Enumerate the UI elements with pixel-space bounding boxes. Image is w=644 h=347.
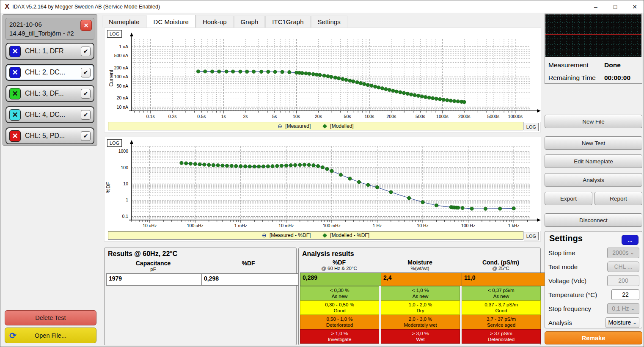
settings-more-button[interactable]: ...	[622, 235, 638, 245]
temperature-input[interactable]: 22	[611, 289, 639, 300]
modelled-marker-icon	[322, 124, 327, 129]
svg-text:200s: 200s	[386, 114, 396, 119]
tab-settings[interactable]: Settings	[311, 16, 347, 28]
svg-text:200 nA: 200 nA	[114, 65, 128, 70]
settings-panel: Settings ... Stop time 2000s⌄ Test mode …	[545, 231, 642, 328]
analysis-df-value: 0,289	[300, 273, 383, 286]
svg-text:2s: 2s	[243, 114, 248, 119]
analysis-mode-select[interactable]: Moisture⌄	[605, 317, 639, 328]
window-controls: – □ ✕	[586, 0, 644, 13]
svg-text:10000s: 10000s	[508, 114, 523, 119]
legend-measured: [Measured - %DF]	[262, 232, 311, 238]
chart-plot-area: 10 uHz100 uHz1 mHz10 mHz100 mHz1 Hz10 Hz…	[105, 137, 541, 231]
window-title: IDAX v5.2.164 by Megger Sweden AB (Servi…	[12, 4, 160, 10]
rating-cell: < 1,0 %As new	[381, 286, 460, 300]
log-scale-button[interactable]: LOG	[107, 139, 122, 147]
minimize-icon[interactable]: –	[586, 0, 605, 13]
remaining-time-label: Remaining Time	[548, 74, 596, 82]
svg-text:100 mHz: 100 mHz	[323, 223, 341, 228]
svg-text:2000s: 2000s	[458, 114, 471, 119]
channel-row-3[interactable]: ✕ CHL: 3, DF... ✔	[6, 85, 94, 102]
rating-cell: < 0,37 pS/mAs new	[462, 286, 541, 300]
svg-text:0.1s: 0.1s	[146, 114, 155, 119]
temperature-row: Temperature (°C) 22	[548, 289, 639, 300]
rating-cell: 1,0 - 2,0 %Dry	[381, 300, 460, 315]
tab-nameplate[interactable]: Nameplate	[102, 16, 146, 28]
measurement-status-panel: Measurement Done Remaining Time 00:00:00	[545, 14, 642, 84]
channel-5-label: CHL: 5, PD...	[25, 132, 81, 140]
log-scale-button[interactable]: LOG	[524, 123, 539, 131]
remake-button[interactable]: Remake	[545, 331, 642, 344]
tab-bar: Nameplate DC Moisture Hook-up Graph ITC1…	[102, 15, 348, 28]
tab-hook-up[interactable]: Hook-up	[196, 16, 234, 28]
analysis-button[interactable]: Analysis	[545, 173, 642, 187]
channel-1-checkbox[interactable]: ✔	[81, 47, 91, 56]
rating-cell: > 1,0 %Investigate	[300, 329, 379, 344]
channel-row-1[interactable]: ✕ CHL: 1, DFR ✔	[6, 43, 94, 60]
svg-text:1s: 1s	[221, 114, 226, 119]
chevron-down-icon: ⌄	[630, 250, 634, 256]
current-vs-time-chart: LOG Current 0.1s0.2s0.5s1s2s5s10s20s50s1…	[104, 28, 541, 132]
analysis-mode-row: Analysis Moisture⌄	[548, 317, 639, 328]
channel-row-5[interactable]: ✕ CHL: 5, PD... ✔	[6, 127, 94, 144]
channel-2-checkbox[interactable]: ✔	[81, 68, 91, 77]
df-value: 0,298	[201, 273, 300, 286]
legend-modelled: [Modelled - %DF]	[322, 232, 369, 238]
tab-itc1graph[interactable]: ITC1Graph	[265, 16, 310, 28]
tab-graph[interactable]: Graph	[234, 16, 265, 28]
svg-text:1: 1	[126, 197, 128, 202]
settings-title: Settings	[549, 234, 583, 243]
rating-cell: 0,30 - 0,50 %Good	[300, 300, 379, 315]
export-button[interactable]: Export	[545, 192, 592, 205]
log-scale-button[interactable]: LOG	[107, 30, 122, 38]
stop-time-select: 2000s⌄	[607, 248, 639, 258]
legend-modelled-label: [Modelled - %DF]	[330, 232, 369, 238]
rating-cell: 2,0 - 3,0 %Moderately wet	[381, 315, 460, 329]
log-scale-button[interactable]: LOG	[524, 232, 539, 240]
disconnect-button[interactable]: Disconnect	[545, 213, 642, 227]
delete-test-button[interactable]: Delete Test	[5, 310, 96, 325]
measurement-label: Measurement	[548, 61, 589, 69]
channel-3-checkbox[interactable]: ✔	[81, 89, 91, 99]
channel-3-label: CHL: 3, DF...	[25, 90, 81, 97]
df-vs-frequency-chart: LOG %DF 10 uHz100 uHz1 mHz10 mHz100 mHz1…	[104, 137, 541, 242]
tab-dc-moisture[interactable]: DC Moisture	[147, 15, 195, 28]
channel-5-checkbox[interactable]: ✔	[81, 131, 91, 141]
channel-4-icon: ✕	[9, 109, 21, 121]
test-name: 14.49_till_Torbjörn - #2	[9, 29, 91, 38]
rating-cell: < 0,30 %As new	[300, 286, 379, 300]
rating-cell: 0,50 - 1,0 %Deteriorated	[300, 315, 379, 329]
stop-time-row: Stop time 2000s⌄	[548, 248, 639, 258]
new-file-button[interactable]: New File	[545, 115, 642, 128]
svg-text:100 uHz: 100 uHz	[187, 223, 204, 228]
svg-text:10 Hz: 10 Hz	[417, 223, 428, 228]
analysis-cond-header: Cond. (pS/m)@ 25°C	[462, 259, 540, 271]
close-test-icon[interactable]: ✕	[80, 20, 92, 31]
capacitance-value: 1979	[106, 273, 205, 286]
open-file-button[interactable]: ⟳ Open File...	[5, 328, 96, 343]
svg-text:10 uHz: 10 uHz	[143, 223, 157, 228]
test-header[interactable]: 2021-10-06 14.49_till_Torbjörn - #2 ✕	[6, 18, 94, 40]
rating-cell: > 3,0 %Wet	[381, 329, 460, 344]
legend-measured-label: [Measured - %DF]	[270, 232, 311, 238]
channel-4-checkbox[interactable]: ✔	[81, 110, 91, 120]
edit-nameplate-button[interactable]: Edit Nameplate	[545, 154, 642, 168]
svg-text:500s: 500s	[416, 114, 425, 119]
report-button[interactable]: Report	[594, 192, 642, 205]
channel-row-4[interactable]: ✕ CHL: 4, DC... ✔	[6, 106, 94, 123]
svg-text:1 uA: 1 uA	[119, 44, 128, 49]
svg-text:1 mHz: 1 mHz	[234, 223, 247, 228]
rating-cell: 0,37 - 3,7 pS/mGood	[462, 300, 541, 315]
maximize-icon[interactable]: □	[605, 0, 625, 13]
channel-row-2[interactable]: ✕ CHL: 2, DC... ✔	[6, 64, 94, 81]
test-date: 2021-10-06	[9, 20, 91, 29]
svg-text:1 Hz: 1 Hz	[373, 223, 382, 228]
new-test-button[interactable]: New Test	[545, 136, 642, 150]
svg-text:0.1: 0.1	[122, 214, 128, 219]
rating-cell: > 37 pS/mDeteriorated	[462, 329, 541, 344]
close-icon[interactable]: ✕	[625, 0, 644, 13]
analysis-moisture-header: Moisture%(wt/wt)	[381, 259, 459, 271]
stop-frequency-row: Stop frequency 0,1 Hz⌄	[548, 303, 639, 314]
analysis-groupbox: Analysis results %DF@ 60 Hz & 20°C Moist…	[298, 248, 541, 345]
svg-text:0.2s: 0.2s	[168, 114, 177, 119]
